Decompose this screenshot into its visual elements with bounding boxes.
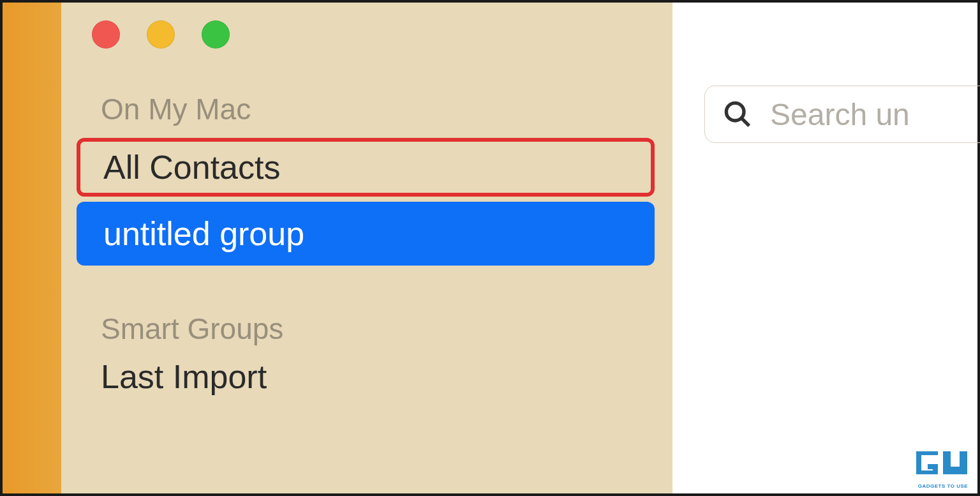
section-header-on-my-mac: On My Mac [61,92,672,126]
watermark-logo-icon [911,446,975,479]
sidebar-item-all-contacts[interactable]: All Contacts [77,138,655,197]
sidebar-item-label: Last Import [101,358,267,395]
zoom-button[interactable] [202,20,230,49]
sidebar-item-untitled-group[interactable]: untitled group [77,202,655,266]
desktop-edge [3,3,61,493]
svg-rect-4 [960,451,967,474]
search-container[interactable] [704,86,980,143]
svg-line-1 [742,119,750,126]
search-input[interactable] [770,97,980,132]
svg-point-0 [726,103,744,121]
search-icon [723,100,752,129]
section-header-smart-groups: Smart Groups [61,312,672,346]
close-button[interactable] [92,20,120,49]
frame-border: On My Mac All Contacts untitled group Sm… [0,0,980,496]
window-controls [61,3,672,49]
svg-rect-2 [943,451,951,474]
sidebar-item-last-import[interactable]: Last Import [61,346,672,396]
sidebar-item-label: untitled group [103,215,304,252]
contacts-sidebar: On My Mac All Contacts untitled group Sm… [61,3,672,493]
main-panel [672,3,977,493]
sidebar-list: All Contacts untitled group [61,138,672,266]
minimize-button[interactable] [147,20,175,49]
watermark: GADGETS TO USE [911,446,975,491]
sidebar-item-label: All Contacts [103,149,280,186]
watermark-text: GADGETS TO USE [911,483,975,489]
